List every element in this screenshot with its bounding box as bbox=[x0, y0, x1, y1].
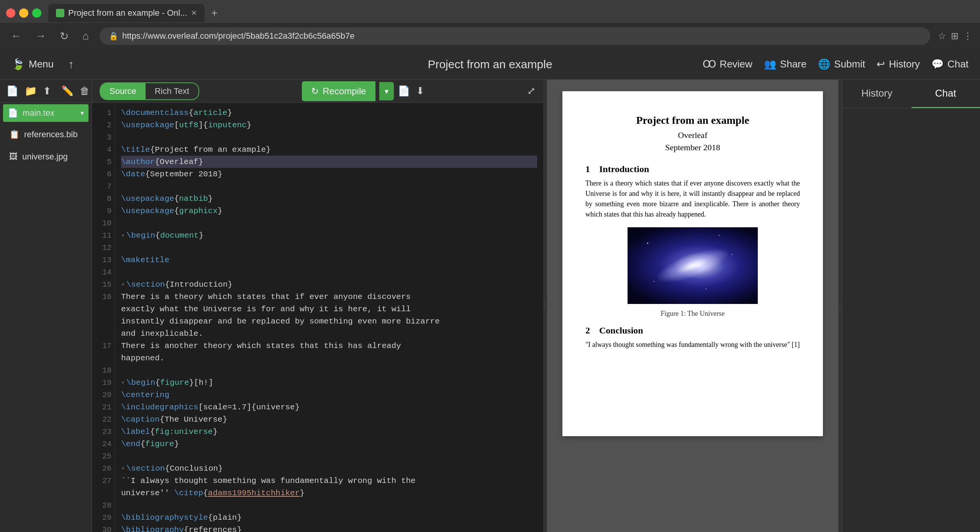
upload-button[interactable]: ↑ bbox=[65, 56, 77, 72]
share-button[interactable]: 👥 Share bbox=[764, 58, 806, 70]
submit-button[interactable]: 🌐 Submit bbox=[818, 58, 865, 70]
line-number: 14 bbox=[95, 266, 111, 278]
share-icon: 👥 bbox=[764, 58, 776, 70]
code-line-28 bbox=[121, 499, 537, 511]
sidebar: 📄 📁 ⬆ ✏️ 🗑 📄 main.tex ▾ 📋 references.bib… bbox=[0, 80, 92, 532]
history-tab[interactable]: History bbox=[842, 80, 911, 108]
recompile-area: ↻ Recompile ▾ bbox=[302, 81, 393, 101]
line-number: 19 bbox=[95, 376, 111, 389]
code-line-8: \usepackage{natbib} bbox=[121, 192, 537, 205]
chat-label: Chat bbox=[947, 58, 969, 70]
right-panel-tabs: History Chat bbox=[842, 80, 980, 108]
pdf-section-1-number: 1 bbox=[585, 164, 590, 174]
line-number bbox=[95, 315, 111, 327]
delete-button[interactable]: 🗑 bbox=[80, 85, 90, 97]
close-window-button[interactable] bbox=[6, 8, 15, 18]
sidebar-file-main-tex[interactable]: 📄 main.tex ▾ bbox=[3, 104, 88, 122]
menu-button[interactable]: 🍃 Menu bbox=[11, 58, 54, 71]
line-number: 27 bbox=[95, 475, 111, 487]
sidebar-file-references[interactable]: 📋 references.bib bbox=[3, 124, 88, 145]
preview-divider[interactable]: ··· bbox=[838, 80, 842, 532]
history-icon: ↩ bbox=[877, 58, 885, 70]
code-line-26: ▾\section{Conclusion} bbox=[121, 462, 537, 475]
code-line-17: There is another theory which states tha… bbox=[121, 340, 537, 352]
rename-button[interactable]: ✏️ bbox=[61, 85, 74, 97]
url-bar[interactable]: 🔒 https://www.overleaf.com/project/5bab5… bbox=[100, 27, 930, 45]
code-line-30: \bibliography{references} bbox=[121, 524, 537, 532]
code-line-21: \includegraphics[scale=1.7]{universe} bbox=[121, 401, 537, 413]
header-actions: Ꝏ Review 👥 Share 🌐 Submit ↩ History 💬 Ch… bbox=[703, 58, 969, 70]
pdf-author: Overleaf bbox=[585, 130, 800, 140]
line-number bbox=[95, 487, 111, 499]
extensions-button[interactable]: ⊞ bbox=[951, 31, 959, 41]
review-icon: Ꝏ bbox=[703, 58, 716, 70]
home-button[interactable]: ⌂ bbox=[79, 28, 92, 44]
doc-settings-icon[interactable]: 📄 bbox=[398, 85, 410, 97]
code-line-27: ``I always thought something was fundame… bbox=[121, 475, 537, 487]
pdf-figure-caption: Figure 1: The Universe bbox=[585, 310, 800, 318]
code-content[interactable]: \documentclass{article} \usepackage[utf8… bbox=[115, 103, 543, 532]
code-line-19: ▾\begin{figure}[h!] bbox=[121, 376, 537, 389]
code-line-16d: and inexplicable. bbox=[121, 327, 537, 340]
code-line-3 bbox=[121, 131, 537, 143]
close-tab-button[interactable]: ✕ bbox=[191, 9, 197, 17]
line-number: 6 bbox=[95, 168, 111, 180]
source-toggle-button[interactable]: Source bbox=[100, 83, 146, 99]
sidebar-filename-references: references.bib bbox=[24, 130, 77, 140]
line-number: 15 bbox=[95, 278, 111, 291]
img-file-icon: 🖼 bbox=[9, 152, 18, 162]
sidebar-file-universe[interactable]: 🖼 universe.jpg bbox=[3, 146, 88, 167]
editor-toolbar: Source Rich Text ↻ Recompile ▾ 📄 ⬇ ⤢ bbox=[92, 80, 543, 103]
rich-text-toggle-button[interactable]: Rich Text bbox=[146, 83, 198, 99]
bookmark-button[interactable]: ☆ bbox=[938, 31, 946, 41]
new-tab-button[interactable]: + bbox=[208, 7, 221, 19]
pdf-section-2: 2 Conclusion bbox=[585, 325, 800, 336]
fullscreen-button[interactable]: ⤢ bbox=[527, 85, 536, 97]
line-number: 24 bbox=[95, 438, 111, 450]
pdf-section-1: 1 Introduction bbox=[585, 164, 800, 174]
code-line-9: \usepackage{graphicx} bbox=[121, 205, 537, 217]
code-line-12 bbox=[121, 241, 537, 254]
chat-button[interactable]: 💬 Chat bbox=[931, 58, 969, 70]
line-number: 4 bbox=[95, 143, 111, 156]
new-file-button[interactable]: 📄 bbox=[6, 85, 18, 97]
review-label: Review bbox=[720, 58, 752, 70]
new-folder-button[interactable]: 📁 bbox=[25, 85, 37, 97]
line-number: 18 bbox=[95, 364, 111, 376]
line-number: 29 bbox=[95, 511, 111, 524]
menu-button[interactable]: ⋮ bbox=[963, 31, 972, 41]
editor-divider[interactable]: ··· bbox=[543, 80, 547, 532]
back-button[interactable]: ← bbox=[8, 28, 25, 44]
reload-button[interactable]: ↻ bbox=[57, 28, 72, 44]
project-title: Project from an example bbox=[428, 58, 552, 71]
code-line-11: ▾\begin{document} bbox=[121, 229, 537, 241]
line-number: 21 bbox=[95, 401, 111, 413]
pdf-section-2-number: 2 bbox=[585, 325, 590, 335]
line-number: 20 bbox=[95, 389, 111, 401]
editor-extra-buttons: 📄 ⬇ bbox=[398, 85, 424, 97]
line-number: 5 bbox=[95, 156, 111, 168]
recompile-dropdown-button[interactable]: ▾ bbox=[379, 82, 394, 100]
pdf-section-1-body: There is a theory which states that if e… bbox=[585, 178, 800, 220]
chat-tab[interactable]: Chat bbox=[911, 80, 980, 108]
pdf-date: September 2018 bbox=[585, 143, 800, 153]
active-tab[interactable]: Project from an example - Onl... ✕ bbox=[48, 4, 205, 22]
code-line-15: ▾\section{Introduction} bbox=[121, 278, 537, 291]
fullscreen-window-button[interactable] bbox=[32, 8, 41, 18]
history-button[interactable]: ↩ History bbox=[877, 58, 920, 70]
chat-icon: 💬 bbox=[931, 58, 944, 70]
code-editor[interactable]: 1 2 3 4 5 6 7 8 9 10 11 12 13 14 15 16 1… bbox=[92, 103, 543, 532]
minimize-window-button[interactable] bbox=[19, 8, 28, 18]
upload-file-button[interactable]: ⬆ bbox=[43, 85, 51, 97]
line-number: 9 bbox=[95, 205, 111, 217]
download-icon[interactable]: ⬇ bbox=[416, 85, 424, 97]
code-line-27b: universe'' \citep{adams1995hitchhiker} bbox=[121, 487, 537, 499]
forward-button[interactable]: → bbox=[32, 28, 49, 44]
line-number: 26 bbox=[95, 462, 111, 475]
tab-bar: Project from an example - Onl... ✕ + bbox=[0, 0, 980, 23]
chevron-down-icon: ▾ bbox=[80, 109, 84, 117]
recompile-button[interactable]: ↻ Recompile bbox=[302, 81, 375, 101]
review-button[interactable]: Ꝏ Review bbox=[703, 58, 752, 70]
code-line-25 bbox=[121, 450, 537, 462]
line-number: 23 bbox=[95, 425, 111, 438]
